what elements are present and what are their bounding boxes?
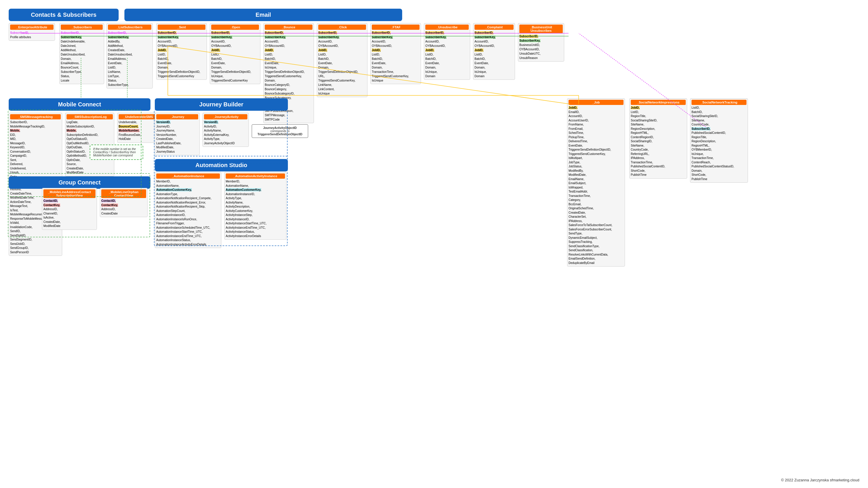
section-header-contacts: Contacts & Subscribers	[9, 9, 119, 21]
table-job: _Job JobID, EmailID,AccountID,AccountUse…	[567, 98, 625, 266]
table-social-impressions: _SocialNetworkImpressions JobID, ListID,…	[629, 98, 687, 178]
section-header-email: Email	[124, 9, 402, 21]
table-journey: _Journey VersionID, JourneyID,JourneyNam…	[155, 113, 199, 155]
journey-activity-note: JourneyActivityObjectID corresponds to T…	[252, 124, 308, 138]
table-journey-activity: _JourneyActivity VersionID, ActivityID,A…	[203, 113, 249, 147]
table-businessunit-unsubscribes: _BusinessUnitUnsubscribes SubscriberID, …	[518, 23, 564, 62]
section-header-journey-builder: Journey Builder	[155, 98, 288, 111]
table-complaint: _Complaint SubscriberID, SubscriberKey, …	[473, 23, 515, 80]
table-subscribers: _Subscribers SubscriberID, SubscriberKey…	[59, 23, 104, 84]
table-ftaf: _FTAF SubscriberID, SubscriberKey, Accou…	[370, 23, 421, 84]
table-click: _Click SubscriberID, SubscriberKey, Acco…	[317, 23, 368, 97]
table-unsubscribe: _Unsubscribe SubscriberID, SubscriberKey…	[424, 23, 470, 80]
mobile-note: If the mobile number is set as the Conta…	[90, 144, 143, 160]
section-header-mobile-connect: Mobile Connect	[9, 98, 151, 111]
table-open: _Open SubscriberID, SubscriberKey, Accou…	[210, 23, 260, 84]
table-automation-instance: _AutomationInstance MemberID,AutomationN…	[155, 172, 221, 248]
table-mobile-line-address: _MobileLineAddressContactSubscriptionVie…	[42, 188, 97, 230]
main-wrapper: Contacts & Subscribers Email _Enterprise…	[0, 0, 868, 488]
table-automation-activity-instance: _AutomationActivityInstance MemberID,Aut…	[224, 172, 286, 240]
table-undeliverable-sms: _UndeliverableSMS Undeliverable, BounceC…	[117, 113, 159, 143]
table-sent: _Sent SubscriberID, SubscriberKey, Accou…	[156, 23, 207, 80]
section-header-group-connect: Group Connect	[9, 176, 151, 189]
table-mobile-line-orphan: _MobileLineOrphanContactView ContactID, …	[100, 188, 148, 217]
copyright: © 2022 Zuzanna Jarczynska sfmarketing.cl…	[781, 478, 859, 482]
table-social-tracking: _SocialNetworkTracking ListID,BatchID,So…	[690, 98, 748, 183]
table-enterprise-attribute: _EnterpriseAttribute SubscriberID, Profi…	[9, 23, 55, 41]
table-list-subscribers: _ListSubscribers SubscriberID, Subscribe…	[106, 23, 153, 89]
section-header-automation: Automation Studio	[155, 159, 288, 171]
